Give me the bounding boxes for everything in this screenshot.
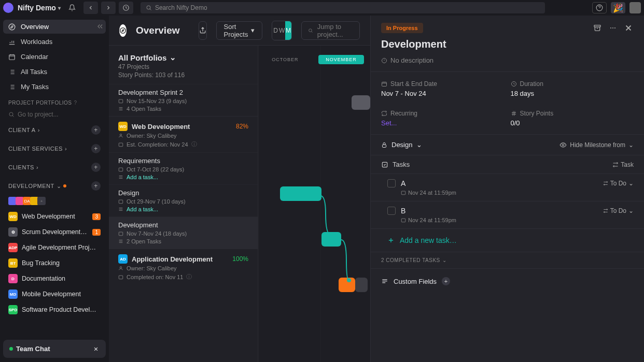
tasks-section-header: Tasks Task [371, 155, 644, 173]
project-name: Agile Development Proj… [22, 244, 101, 251]
add-task-quick-button[interactable]: Task [612, 161, 634, 168]
collapse-sidebar-icon[interactable] [96, 23, 104, 30]
row-dates: Nov 15-Nov 23 (9 days) [127, 98, 187, 104]
sidebar-project-mobile[interactable]: MD Mobile Development [3, 287, 106, 301]
team-chat-button[interactable]: Team Chat [3, 340, 106, 358]
sidebar-project-software-product[interactable]: SPD Software Product Devel… [3, 302, 106, 317]
share-button[interactable] [199, 21, 207, 40]
party-button[interactable]: 🎉 [611, 2, 625, 13]
sidebar-project-scrum[interactable]: ⚙ Scrum Development E… 1 [3, 225, 106, 239]
gantt-bar-development-remaining[interactable] [355, 278, 368, 292]
sort-projects-button[interactable]: Sort Projects ▾ [216, 21, 263, 40]
project-row-application-development[interactable]: AD Application Development 100% Owner: S… [109, 249, 258, 285]
description-placeholder[interactable]: No description [371, 56, 644, 71]
nav-all-tasks[interactable]: All Tasks [3, 65, 106, 79]
info-icon[interactable]: ⓘ [191, 140, 197, 148]
forward-button[interactable] [101, 2, 116, 14]
add-task-link[interactable]: Add a task... [127, 206, 158, 212]
help-button[interactable] [592, 2, 607, 13]
add-project-button[interactable]: + [91, 125, 101, 135]
month-label-current[interactable]: NOVEMBER [318, 55, 364, 64]
view-day[interactable]: D [272, 21, 278, 40]
task-row[interactable]: B To Do ⌄ Nov 24 at 11:59pm [371, 201, 644, 228]
milestone-row-development[interactable]: Development Nov 7-Nov 24 (18 days) 2 Ope… [109, 216, 258, 249]
folder-development[interactable]: DEVELOPMENT⌄ + [3, 177, 106, 195]
folder-members[interactable]: DA + [3, 196, 106, 208]
svg-rect-7 [119, 99, 123, 103]
field-recurring[interactable]: Recurring Set... [381, 104, 505, 127]
gantt-timeline[interactable]: OCTOBER NOVEMBER [258, 46, 370, 362]
project-search[interactable]: Go to project... [3, 109, 106, 120]
svg-point-18 [612, 27, 613, 28]
history-icon[interactable] [119, 2, 133, 14]
task-checkbox[interactable] [387, 179, 396, 187]
nav-my-tasks[interactable]: My Tasks [3, 80, 106, 94]
archive-icon[interactable] [592, 23, 603, 33]
sidebar-project-web-development[interactable]: WD Web Development 3 [3, 209, 106, 224]
add-member-icon[interactable]: + [37, 197, 46, 205]
nav-workloads[interactable]: Workloads [3, 35, 106, 49]
completed-tasks-toggle[interactable]: 2 COMPLETED TASKS ⌄ [371, 252, 644, 268]
field-story-points[interactable]: Story Points 0/0 [511, 104, 634, 127]
folder-clients[interactable]: CLIENTS› + [3, 158, 106, 176]
help-icon[interactable]: ? [74, 100, 77, 106]
close-icon[interactable] [623, 23, 634, 33]
task-status-dropdown[interactable]: To Do ⌄ [603, 207, 634, 214]
month-label[interactable]: OCTOBER [264, 55, 305, 64]
visibility-label[interactable]: Design [391, 141, 412, 149]
row-dates: Nov 7-Nov 24 (18 days) [127, 230, 187, 237]
svg-rect-14 [119, 276, 123, 279]
back-button[interactable] [83, 2, 98, 14]
milestone-row-design[interactable]: Design Oct 29-Nov 7 (10 days) Add a task… [109, 184, 258, 216]
field-duration[interactable]: Duration 18 days [511, 74, 634, 97]
workspace-switcher[interactable]: Nifty Demo ▾ [18, 4, 61, 12]
status-badge[interactable]: In Progress [381, 23, 423, 33]
notifications-icon[interactable] [65, 2, 79, 14]
sprint-row[interactable]: Development Sprint 2 Nov 15-Nov 23 (9 da… [109, 84, 258, 116]
chart-icon [8, 38, 16, 46]
task-row[interactable]: A To Do ⌄ Nov 24 at 11:59pm [371, 173, 644, 201]
jump-to-project[interactable]: Jump to project... [301, 21, 360, 40]
portfolio-selector[interactable]: All Portfolios ⌄ [118, 53, 248, 62]
view-month[interactable]: M [285, 21, 291, 40]
chevron-down-icon: ⌄ [628, 141, 634, 149]
add-project-button[interactable]: + [91, 181, 101, 191]
user-avatar[interactable] [629, 2, 641, 13]
add-project-button[interactable]: + [91, 163, 101, 172]
task-due: Nov 24 at 11:59pm [408, 190, 456, 196]
milestone-row-requirements[interactable]: Requirements Oct 7-Oct 28 (22 days) Add … [109, 152, 258, 184]
task-checkbox[interactable] [387, 207, 396, 215]
gantt-bar-requirements[interactable] [280, 186, 321, 201]
more-icon[interactable] [608, 23, 618, 33]
nav-label: Overview [21, 23, 49, 31]
add-project-button[interactable]: + [91, 144, 101, 153]
field-value[interactable]: Set... [381, 119, 505, 127]
sidebar-project-documentation[interactable]: D Documentation [3, 271, 106, 286]
add-new-task-button[interactable]: Add a new task… [371, 228, 644, 252]
plus-icon [387, 237, 395, 244]
global-search[interactable]: Search Nifty Demo [141, 2, 545, 13]
nav-calendar[interactable]: Calendar [3, 50, 106, 64]
project-title: Application Development [132, 255, 213, 263]
field-start-end[interactable]: Start & End Date Nov 7 - Nov 24 [381, 74, 505, 97]
project-row-web-development[interactable]: WD Web Development 82% Owner: Sky Calibe… [109, 116, 258, 152]
gantt-bar-sprint[interactable] [352, 95, 370, 110]
folder-client-services[interactable]: CLIENT SERVICES› + [3, 140, 106, 157]
milestone-title[interactable]: Development [371, 38, 644, 56]
panel-header: In Progress [371, 16, 644, 38]
calendar-icon [118, 274, 123, 280]
nav-overview[interactable]: Overview [3, 20, 106, 34]
gantt-bar-development[interactable] [339, 278, 355, 292]
calendar-icon [118, 231, 123, 236]
hide-milestone-dropdown[interactable]: Hide Milestone from ⌄ [559, 141, 634, 149]
sidebar-project-agile[interactable]: ADP Agile Development Proj… [3, 240, 106, 255]
info-icon[interactable]: ⓘ [186, 273, 192, 281]
add-task-link[interactable]: Add a task... [127, 174, 158, 180]
field-label: Start & End Date [390, 80, 437, 88]
gantt-bar-design[interactable] [321, 232, 341, 247]
task-status-dropdown[interactable]: To Do ⌄ [603, 180, 634, 187]
folder-client-a[interactable]: CLIENT A› + [3, 121, 106, 139]
sidebar-project-bug-tracking[interactable]: BT Bug Tracking [3, 256, 106, 270]
add-custom-field-button[interactable]: + [442, 277, 450, 285]
view-week[interactable]: W [279, 21, 285, 40]
